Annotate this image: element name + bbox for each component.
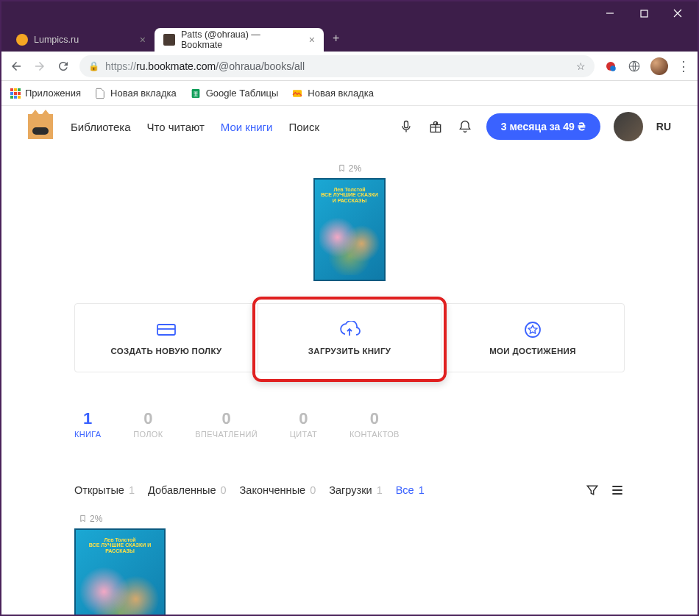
filter-all[interactable]: Все 1 — [396, 484, 425, 496]
svg-rect-8 — [157, 325, 175, 335]
stat-books[interactable]: 1КНИГА — [74, 409, 101, 439]
action-label: МОИ ДОСТИЖЕНИЯ — [449, 347, 617, 355]
language-selector[interactable]: RU — [656, 121, 671, 132]
action-label: СОЗДАТЬ НОВУЮ ПОЛКУ — [82, 347, 250, 355]
nav-mybooks[interactable]: Мои книги — [221, 121, 273, 133]
lock-icon: 🔒 — [88, 61, 99, 71]
browser-toolbar: 🔒 https://ru.bookmate.com/@ohraua/books/… — [1, 52, 698, 81]
stats-row: 1КНИГА 0ПОЛОК 0ВПЕЧАТЛЕНИЙ 0ЦИТАТ 0КОНТА… — [74, 409, 625, 439]
bookmarks-bar: Приложения Новая вкладка Google Таблицы … — [1, 81, 698, 106]
stat-label: КНИГА — [74, 430, 101, 439]
book-cover[interactable]: Лев ТолстойВСЕ ЛУЧШИЕ СКАЗКИ И РАССКАЗЫ — [74, 528, 166, 617]
promo-button[interactable]: 3 месяца за 49 ₴ — [486, 113, 600, 140]
featured-book: 2% Лев ТолстойВСЕ ЛУЧШИЕ СКАЗКИ И РАССКА… — [74, 162, 625, 281]
svg-point-2 — [610, 66, 616, 71]
bookmark-item[interactable]: Новая вкладка — [291, 88, 374, 99]
filter-icon[interactable] — [585, 483, 600, 498]
main-nav: Библиотека Что читают Мои книги Поиск — [71, 121, 319, 133]
svg-rect-0 — [641, 10, 647, 17]
extension-icon[interactable] — [603, 59, 618, 74]
close-icon[interactable]: × — [309, 34, 315, 46]
tab-title: Lumpics.ru — [34, 35, 79, 45]
progress-badge: 2% — [79, 514, 625, 524]
upload-book-button[interactable]: ЗАГРУЗИТЬ КНИГУ — [258, 304, 441, 372]
achievements-button[interactable]: МОИ ДОСТИЖЕНИЯ — [441, 304, 624, 372]
apps-label: Приложения — [25, 88, 81, 99]
bookmate-logo[interactable] — [28, 114, 53, 139]
badge-icon — [449, 320, 617, 339]
bookmark-icon — [338, 164, 346, 172]
cover-text: Лев ТолстойВСЕ ЛУЧШИЕ СКАЗКИ И РАССКАЗЫ — [319, 187, 380, 204]
stat-quotes[interactable]: 0ЦИТАТ — [290, 409, 317, 439]
list-view-icon[interactable] — [610, 483, 625, 498]
shelf-icon — [82, 320, 250, 339]
stat-number: 1 — [74, 409, 101, 428]
filter-added[interactable]: Добавленные 0 — [148, 484, 227, 496]
favicon-icon — [16, 34, 28, 46]
reload-button[interactable] — [56, 59, 71, 74]
extension-globe-icon[interactable] — [627, 59, 642, 74]
stat-contacts[interactable]: 0КОНТАКТОВ — [350, 409, 400, 439]
book-cover[interactable]: Лев ТолстойВСЕ ЛУЧШИЕ СКАЗКИ И РАССКАЗЫ — [313, 178, 386, 281]
back-button[interactable] — [9, 59, 24, 74]
bookmark-item[interactable]: Новая вкладка — [94, 88, 177, 99]
url-text: https://ru.bookmate.com/@ohraua/books/al… — [105, 60, 305, 72]
window-close[interactable] — [661, 1, 695, 25]
book-list-item: 2% Лев ТолстойВСЕ ЛУЧШИЕ СКАЗКИ И РАССКА… — [74, 514, 625, 617]
browser-tab-active[interactable]: Patts (@ohraua) — Bookmate × — [155, 28, 324, 52]
favicon-icon — [163, 34, 175, 46]
bell-icon[interactable] — [457, 118, 473, 135]
filter-downloads[interactable]: Загрузки 1 — [329, 484, 382, 496]
address-bar[interactable]: 🔒 https://ru.bookmate.com/@ohraua/books/… — [79, 55, 595, 77]
window-minimize[interactable] — [593, 1, 627, 25]
cover-text: Лев ТолстойВСЕ ЛУЧШИЕ СКАЗКИ И РАССКАЗЫ — [80, 537, 160, 554]
stat-label: ВПЕЧАТЛЕНИЙ — [195, 430, 257, 439]
progress-value: 2% — [349, 163, 361, 174]
create-shelf-button[interactable]: СОЗДАТЬ НОВУЮ ПОЛКУ — [75, 304, 258, 372]
cloud-upload-icon — [266, 320, 433, 339]
page-viewport[interactable]: Библиотека Что читают Мои книги Поиск 3 … — [1, 106, 698, 616]
nav-reading[interactable]: Что читают — [147, 121, 205, 133]
bookmark-label: Новая вкладка — [110, 88, 177, 99]
svg-rect-6 — [404, 121, 408, 128]
stat-number: 0 — [195, 409, 257, 428]
window-maximize[interactable] — [627, 1, 661, 25]
header-right: 3 месяца за 49 ₴ RU — [398, 112, 671, 141]
app-header: Библиотека Что читают Мои книги Поиск 3 … — [1, 106, 698, 147]
browser-tab-inactive[interactable]: Lumpics.ru × — [7, 28, 155, 52]
bookmark-label: Новая вкладка — [308, 88, 374, 99]
stat-number: 0 — [350, 409, 400, 428]
browser-menu-button[interactable]: ⋮ — [677, 58, 690, 74]
nav-search[interactable]: Поиск — [288, 121, 319, 133]
cover-illustration — [319, 212, 380, 275]
apps-grid-icon — [10, 88, 21, 99]
stat-label: ЦИТАТ — [290, 430, 317, 439]
gift-icon[interactable] — [427, 118, 444, 135]
action-cards: СОЗДАТЬ НОВУЮ ПОЛКУ ЗАГРУЗИТЬ КНИГУ МОИ … — [74, 303, 625, 372]
bookmark-label: Google Таблицы — [206, 88, 279, 99]
browser-tabs: Lumpics.ru × Patts (@ohraua) — Bookmate … — [1, 25, 698, 52]
forward-button[interactable] — [32, 59, 47, 74]
profile-avatar[interactable] — [650, 57, 668, 75]
close-icon[interactable]: × — [140, 34, 146, 46]
image-icon — [291, 88, 303, 99]
new-tab-button[interactable]: + — [324, 32, 348, 45]
action-label: ЗАГРУЗИТЬ КНИГУ — [266, 347, 433, 355]
apps-button[interactable]: Приложения — [10, 88, 81, 99]
bookmark-item[interactable]: Google Таблицы — [190, 88, 279, 99]
stat-number: 0 — [133, 409, 163, 428]
filter-row: Открытые 1 Добавленные 0 Законченные 0 З… — [74, 483, 625, 498]
stat-impressions[interactable]: 0ВПЕЧАТЛЕНИЙ — [195, 409, 257, 439]
nav-library[interactable]: Библиотека — [71, 121, 131, 133]
filter-finished[interactable]: Законченные 0 — [240, 484, 316, 496]
progress-badge: 2% — [338, 163, 361, 174]
stat-shelves[interactable]: 0ПОЛОК — [133, 409, 163, 439]
sheets-icon — [190, 88, 202, 99]
bookmark-star-icon[interactable]: ☆ — [576, 60, 586, 72]
bookmark-icon — [79, 514, 87, 523]
user-avatar[interactable] — [614, 112, 643, 141]
filter-open[interactable]: Открытые 1 — [74, 484, 135, 496]
mic-icon[interactable] — [398, 118, 414, 135]
cover-illustration — [80, 562, 160, 617]
tab-title: Patts (@ohraua) — Bookmate — [181, 29, 303, 50]
